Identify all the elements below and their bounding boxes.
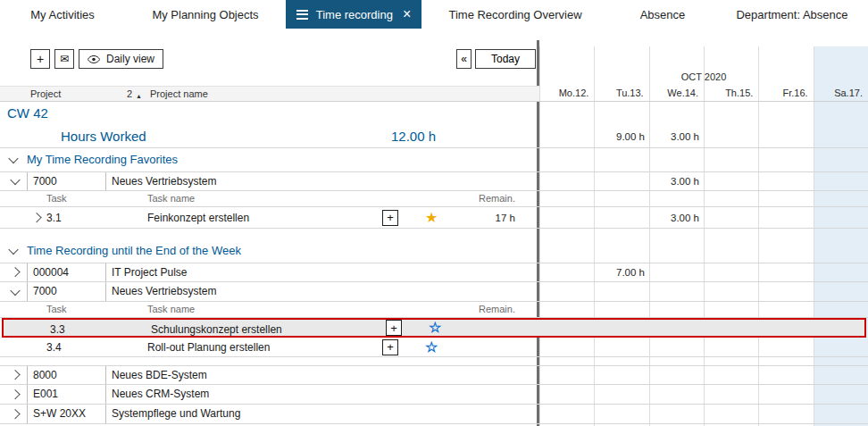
- sort-order-badge: 2: [127, 87, 132, 101]
- task-name: Feinkonzept erstellen: [147, 207, 249, 229]
- column-header-project-name[interactable]: Project name: [150, 87, 208, 101]
- project-hours-we14[interactable]: 3.00 h: [649, 172, 699, 190]
- remain-column-header: Remain.: [447, 191, 515, 206]
- hours-worked-row: Hours Worked 12.00 h 9.00 h 3.00 h: [0, 125, 868, 148]
- project-name-cell[interactable]: Systempflege und Wartung: [106, 405, 539, 423]
- tab-bar: My Activities My Planning Objects Time r…: [0, 0, 868, 29]
- day-header-sa: Sa.17.: [814, 86, 868, 101]
- eow-section-header: Time Recording until the End of the Week: [0, 239, 868, 263]
- view-mode-select[interactable]: Daily view: [79, 49, 163, 69]
- expand-icon[interactable]: [10, 388, 20, 398]
- hours-worked-we14[interactable]: 3.00 h: [649, 125, 699, 148]
- tab-time-recording-label: Time recording: [316, 8, 393, 21]
- table-body: CW 42 Hours Worked 12.00 h 9.00 h 3.00 h…: [0, 102, 868, 424]
- hours-worked-total: 12.00 h: [391, 125, 436, 148]
- tab-absence[interactable]: Absence: [609, 0, 716, 29]
- collapse-icon[interactable]: [8, 245, 18, 255]
- favorites-section-title: My Time Recording Favorites: [27, 148, 178, 171]
- eow-section-title: Time Recording until the End of the Week: [27, 239, 241, 263]
- project-hours-tu13[interactable]: 7.00 h: [595, 263, 645, 281]
- task-header-row: Task Task name Remain.: [0, 302, 868, 318]
- day-header-mo: Mo.12.: [539, 86, 594, 101]
- favorite-star-outline-icon[interactable]: ☆: [429, 321, 441, 335]
- tab-my-planning-objects[interactable]: My Planning Objects: [125, 0, 286, 29]
- mail-button[interactable]: ✉: [54, 49, 74, 69]
- project-row-000004[interactable]: 000004 IT Project Pulse 7.00 h: [0, 263, 868, 282]
- favorite-star-icon[interactable]: ★: [425, 210, 438, 224]
- project-name-cell[interactable]: Neues CRM-System: [106, 385, 539, 404]
- collapse-icon[interactable]: [10, 285, 20, 295]
- project-id-cell[interactable]: E001: [27, 385, 106, 404]
- day-header-row: Mo.12. Tu.13. We.14. Th.15. Fr.16. Sa.17…: [539, 86, 868, 102]
- tab-department-absence[interactable]: Department: Absence: [716, 0, 868, 29]
- task-remaining-hours: 17 h: [447, 207, 515, 229]
- favorite-star-outline-icon[interactable]: ☆: [425, 339, 438, 354]
- task-column-header: Task: [46, 302, 67, 317]
- task-header-row: Task Task name Remain.: [0, 191, 868, 207]
- add-time-entry-button[interactable]: +: [382, 210, 398, 226]
- project-row-8000[interactable]: 8000 Neues BDE-System: [0, 365, 868, 385]
- add-time-entry-button[interactable]: +: [386, 320, 402, 336]
- previous-week-button[interactable]: «: [456, 49, 472, 69]
- task-name: Roll-out Planung erstellen: [147, 338, 270, 357]
- project-name-cell[interactable]: IT Project Pulse: [106, 263, 539, 281]
- remain-column-header: Remain.: [447, 302, 515, 317]
- collapse-icon[interactable]: [8, 154, 18, 163]
- project-row-7000-fav[interactable]: 7000 Neues Vertriebsystem 3.00 h: [0, 171, 868, 191]
- day-header-fr: Fr.16.: [758, 86, 813, 101]
- hours-worked-tu13[interactable]: 9.00 h: [595, 125, 645, 148]
- today-button[interactable]: Today: [475, 49, 536, 69]
- expand-icon[interactable]: [10, 267, 20, 277]
- task-name: Schulungskonzept erstellen: [151, 320, 282, 339]
- expand-icon[interactable]: [10, 408, 20, 418]
- close-icon[interactable]: ×: [403, 7, 411, 21]
- expand-icon[interactable]: [10, 370, 20, 380]
- add-time-entry-button[interactable]: +: [382, 339, 398, 355]
- day-header-we: We.14.: [649, 86, 704, 101]
- tab-my-activities[interactable]: My Activities: [0, 0, 125, 29]
- project-id-cell[interactable]: 7000: [27, 172, 106, 190]
- project-id-cell[interactable]: 7000: [27, 282, 106, 301]
- menu-icon[interactable]: [296, 10, 308, 20]
- project-row-e001[interactable]: E001 Neues CRM-System: [0, 385, 868, 405]
- project-row-sw20xx[interactable]: S+W 20XX Systempflege und Wartung: [0, 405, 868, 424]
- task-column-header: Task: [46, 191, 67, 206]
- project-name-cell[interactable]: Neues Vertriebsystem: [106, 282, 539, 301]
- section-gap: [0, 357, 868, 365]
- project-id-cell[interactable]: 8000: [27, 366, 106, 384]
- section-gap: [0, 229, 868, 239]
- hours-worked-label: Hours Worked: [61, 125, 146, 148]
- collapse-icon[interactable]: [10, 175, 20, 185]
- task-row-3-1[interactable]: 3.1 Feinkonzept erstellen + ★ 17 h 3.00 …: [0, 207, 868, 229]
- tab-time-recording-overview[interactable]: Time Recording Overview: [421, 0, 609, 29]
- toolbar: + ✉ Daily view: [30, 49, 163, 69]
- content: + ✉ Daily view « Today OCT 2020 Mo.12. T…: [0, 29, 868, 426]
- task-id: 3.3: [50, 320, 65, 339]
- day-header-tu: Tu.13.: [594, 86, 648, 101]
- time-recording-app: My Activities My Planning Objects Time r…: [0, 0, 868, 426]
- task-name-column-header: Task name: [147, 191, 195, 206]
- selected-task-row-3-3[interactable]: 3.3 Schulungskonzept erstellen + ☆: [2, 318, 866, 338]
- task-row-3-4[interactable]: 3.4 Roll-out Planung erstellen + ☆: [0, 338, 868, 357]
- task-id: 3.4: [46, 338, 62, 357]
- week-title: CW 42: [7, 102, 48, 125]
- project-row-7000[interactable]: 7000 Neues Vertriebsystem: [0, 282, 868, 302]
- project-name-cell[interactable]: Neues Vertriebsystem: [106, 172, 539, 190]
- column-header-project[interactable]: Project: [30, 87, 61, 101]
- tab-time-recording[interactable]: Time recording ×: [286, 0, 421, 29]
- project-id-cell[interactable]: 000004: [27, 263, 106, 281]
- table-header: Project 2 ▲ Project name: [0, 86, 539, 102]
- project-name-cell[interactable]: Neues BDE-System: [106, 366, 539, 384]
- favorites-section-header: My Time Recording Favorites: [0, 148, 868, 171]
- project-id-cell[interactable]: S+W 20XX: [27, 405, 106, 423]
- day-header-th: Th.15.: [704, 86, 758, 101]
- task-id: 3.1: [46, 207, 62, 229]
- month-label: OCT 2020: [539, 71, 868, 82]
- task-hours-we14[interactable]: 3.00 h: [649, 207, 699, 229]
- view-mode-label: Daily view: [106, 53, 154, 65]
- expand-icon[interactable]: [31, 212, 41, 221]
- week-row: CW 42: [0, 102, 868, 125]
- date-nav: « Today: [456, 49, 536, 69]
- add-button[interactable]: +: [30, 49, 50, 69]
- eye-icon: [88, 55, 100, 63]
